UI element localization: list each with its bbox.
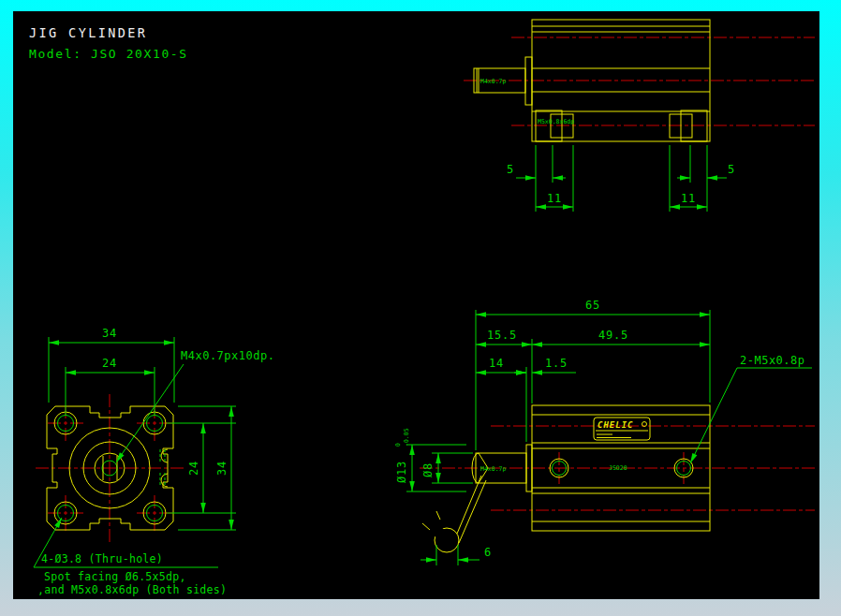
side-view: 5 11 11 5 M4x0.7p M5x0.8x6dp: [464, 20, 815, 212]
center-thread-leader-label: M4x0.7px10dp.: [181, 349, 274, 362]
wrench-jaw-gap: [429, 522, 448, 541]
page-title: JIG CYLINDER: [29, 25, 147, 40]
side-view-centerlines: [464, 37, 815, 125]
side-view-dimensions: 5 11 11 5 M4x0.7p M5x0.8x6dp: [480, 78, 735, 212]
boss-tolerance-lower: -0.05: [403, 428, 410, 447]
dim-rod-diameter: Ø8: [421, 462, 435, 477]
dim-groove-width-left: 11: [547, 192, 562, 205]
drawing-canvas: JIG CYLINDER Model: JSO 20X10-S: [13, 11, 819, 599]
note-thru-holes: 4-Ø3.8 (Thru-hole): [41, 552, 163, 565]
cad-viewer-window: { "background": {"gradient_top": "#00fff…: [0, 0, 841, 616]
dim-overall-length: 65: [585, 299, 600, 312]
dim-head-length: 15.5: [487, 329, 517, 342]
dim-body-length: 49.5: [598, 329, 628, 342]
dim-bolt-pitch-h: 24: [102, 357, 117, 370]
dim-rod-length: 14: [489, 357, 504, 370]
note-spot-facing: Spot facing Ø6.5x5dp,: [44, 570, 186, 583]
top-view-body: [472, 405, 710, 531]
ports-leader-label: 2-M5x0.8p: [740, 354, 805, 367]
brand-text: CHELIC: [598, 420, 634, 430]
dim-body-height: 34: [215, 461, 229, 476]
dim-wrench-flats: 6: [484, 546, 492, 559]
cad-drawing: JIG CYLINDER Model: JSO 20X10-S: [13, 11, 819, 599]
front-view: 34 24 24 34 M4x0.7px10dp. 4-Ø3.8 (Thru-h…: [34, 327, 274, 596]
dim-groove-width-right: 11: [681, 192, 696, 205]
brand-plate: CHELIC: [594, 418, 650, 440]
mount-thread-label: M5x0.8x6dp: [538, 118, 574, 125]
dim-bolt-pitch-v: 24: [187, 461, 200, 476]
dim-collar-width: 1.5: [545, 357, 568, 370]
dim-boss-diameter: Ø13: [395, 461, 408, 483]
boss-tolerance-upper: 0: [394, 443, 402, 447]
dim-body-width: 34: [102, 327, 117, 340]
dim-groove-offset-left: 5: [507, 163, 514, 176]
rod-thread-label: M4x0.7p: [480, 78, 506, 85]
wrench-symbol: [422, 476, 486, 552]
top-view-dimensions: 65 15.5 49.5 14 1.5 Ø13 0 -0.05 Ø8 6: [394, 299, 812, 565]
rod-thread-label-top: M4x0.7p: [480, 465, 506, 473]
title-block: JIG CYLINDER Model: JSO 20X10-S: [29, 25, 188, 61]
model-label: Model: JSO 20X10-S: [29, 47, 188, 61]
dim-groove-offset-right: 5: [728, 163, 735, 176]
top-view: CHELIC 65 15.5 49.5: [394, 299, 815, 565]
body-marking-label: JSO20: [609, 464, 627, 472]
note-thread-bothsides: ,and M5x0.8x6dp (Both sides): [37, 583, 227, 596]
